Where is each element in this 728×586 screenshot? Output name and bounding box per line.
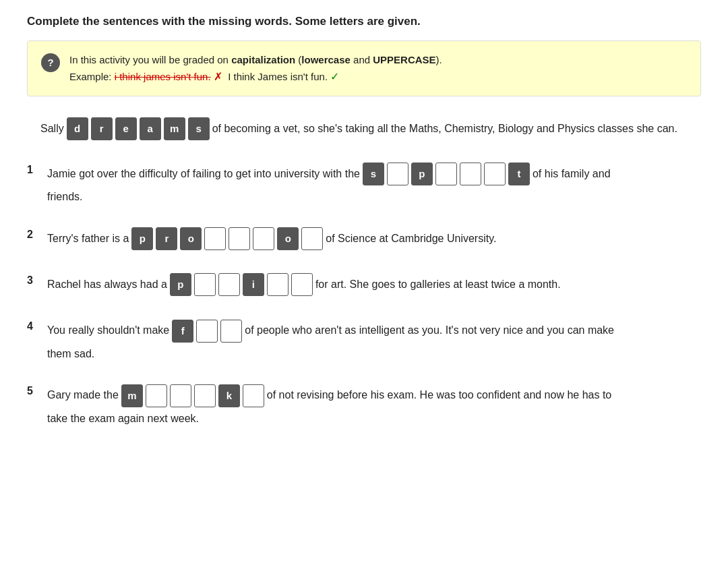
q4-blank-2[interactable]	[220, 320, 242, 343]
question-5-content: Gary made the m k of not revising before…	[47, 382, 701, 427]
q2-suffix: of Science at Cambridge University.	[326, 226, 496, 252]
info-paren-open: (	[295, 54, 301, 65]
help-icon: ?	[41, 53, 60, 72]
q3-blank-3[interactable]	[267, 273, 289, 296]
question-2-content: Terry's father is a p r o o of Science a…	[47, 226, 701, 252]
info-box: ? In this activity you will be graded on…	[27, 40, 701, 97]
question-3-top: Rachel has always had a p i for art. She…	[47, 272, 701, 297]
q1-letter-p: p	[411, 163, 433, 185]
info-line1: In this activity you will be graded on c…	[69, 52, 442, 68]
q1-blank-3[interactable]	[460, 163, 481, 185]
q1-letter-s: s	[363, 163, 384, 185]
question-1-content: Jamie got over the difficulty of failing…	[47, 161, 701, 206]
info-box-content: In this activity you will be graded on c…	[69, 52, 442, 86]
question-5-number: 5	[27, 382, 39, 397]
info-lowercase: lowercase	[301, 54, 351, 65]
q2-letter-p: p	[131, 227, 153, 250]
question-4-content: You really shouldn't make f of people wh…	[47, 318, 701, 362]
q1-suffix-part: of his family and	[533, 161, 611, 187]
example-row: Sally d r e a m s of becoming a vet, so …	[27, 117, 701, 140]
q5-blank-2[interactable]	[170, 384, 191, 407]
q5-blank-3[interactable]	[194, 384, 216, 407]
q3-suffix: for art. She goes to galleries at least …	[315, 272, 561, 297]
q3-letter-p: p	[170, 273, 191, 296]
q4-prefix: You really shouldn't make	[47, 318, 169, 343]
example-label: Example:	[69, 71, 115, 82]
q3-blank-1[interactable]	[194, 273, 216, 296]
q4-letter-f: f	[172, 320, 193, 343]
example-letter-1: r	[91, 117, 113, 140]
info-and: and	[351, 54, 373, 65]
q2-letter-o: o	[180, 227, 202, 250]
example-bad: i think james isn't fun.	[115, 71, 211, 82]
q5-blank-1[interactable]	[146, 384, 167, 407]
q3-letter-i: i	[243, 273, 264, 296]
example-letter-3: a	[140, 117, 161, 140]
q5-blank-4[interactable]	[243, 384, 264, 407]
example-suffix: of becoming a vet, so she's taking all t…	[212, 117, 677, 140]
cross-icon: ✗	[214, 71, 222, 82]
q2-letter-o2: o	[277, 227, 299, 250]
q5-continuation: take the exam again next week.	[47, 410, 701, 428]
instructions-text: Complete the sentences with the missing …	[27, 13, 701, 30]
q5-letter-m: m	[121, 384, 143, 407]
q1-blank-4[interactable]	[484, 163, 506, 185]
q3-prefix: Rachel has always had a	[47, 272, 167, 297]
example-good: I think James isn't fun.	[228, 71, 328, 82]
question-3-content: Rachel has always had a p i for art. She…	[47, 272, 701, 297]
question-4-number: 4	[27, 318, 39, 332]
q2-blank-1[interactable]	[204, 227, 226, 250]
q1-letter-t: t	[508, 163, 530, 185]
q2-blank-2[interactable]	[229, 227, 250, 250]
question-2-top: Terry's father is a p r o o of Science a…	[47, 226, 701, 252]
question-2-number: 2	[27, 226, 39, 241]
question-4-row: 4 You really shouldn't make f of people …	[27, 318, 701, 362]
info-example-line: Example: i think james isn't fun. ✗ I th…	[69, 68, 442, 86]
question-2-row: 2 Terry's father is a p r o o of Science…	[27, 226, 701, 252]
info-uppercase: UPPERCASE	[373, 54, 435, 65]
question-1-row: 1 Jamie got over the difficulty of faili…	[27, 161, 701, 206]
info-paren-close: ).	[436, 54, 442, 65]
question-5-top: Gary made the m k of not revising before…	[47, 382, 701, 408]
q2-prefix: Terry's father is a	[47, 226, 129, 252]
question-3-row: 3 Rachel has always had a p i for art. S…	[27, 272, 701, 297]
question-5-row: 5 Gary made the m k of not revising befo…	[27, 382, 701, 427]
question-4-top: You really shouldn't make f of people wh…	[47, 318, 701, 343]
info-line1-before: In this activity you will be graded on	[69, 54, 231, 65]
q1-blank-1[interactable]	[387, 163, 408, 185]
question-1-top: Jamie got over the difficulty of failing…	[47, 161, 701, 187]
q4-continuation: them sad.	[47, 345, 701, 363]
q5-prefix: Gary made the	[47, 382, 119, 408]
info-capitalization: capitalization	[231, 54, 295, 65]
q4-blank-1[interactable]	[196, 320, 218, 343]
q2-blank-4[interactable]	[301, 227, 323, 250]
example-prefix: Sally	[40, 117, 64, 140]
example-letter-5: s	[188, 117, 210, 140]
check-icon: ✓	[330, 71, 339, 82]
question-1-number: 1	[27, 161, 39, 176]
q5-suffix-part: of not revising before his exam. He was …	[267, 382, 611, 408]
q3-blank-2[interactable]	[218, 273, 240, 296]
q1-prefix: Jamie got over the difficulty of failing…	[47, 161, 360, 187]
example-letter-4: m	[164, 117, 185, 140]
q3-blank-4[interactable]	[291, 273, 313, 296]
q4-suffix-part: of people who aren't as intelligent as y…	[245, 318, 614, 343]
q5-letter-k: k	[218, 384, 240, 407]
example-letter-0: d	[67, 117, 88, 140]
q2-blank-3[interactable]	[253, 227, 274, 250]
q1-blank-2[interactable]	[435, 163, 457, 185]
question-3-number: 3	[27, 272, 39, 287]
q1-continuation: friends.	[47, 188, 701, 206]
q2-letter-r: r	[156, 227, 177, 250]
example-letter-2: e	[115, 117, 137, 140]
